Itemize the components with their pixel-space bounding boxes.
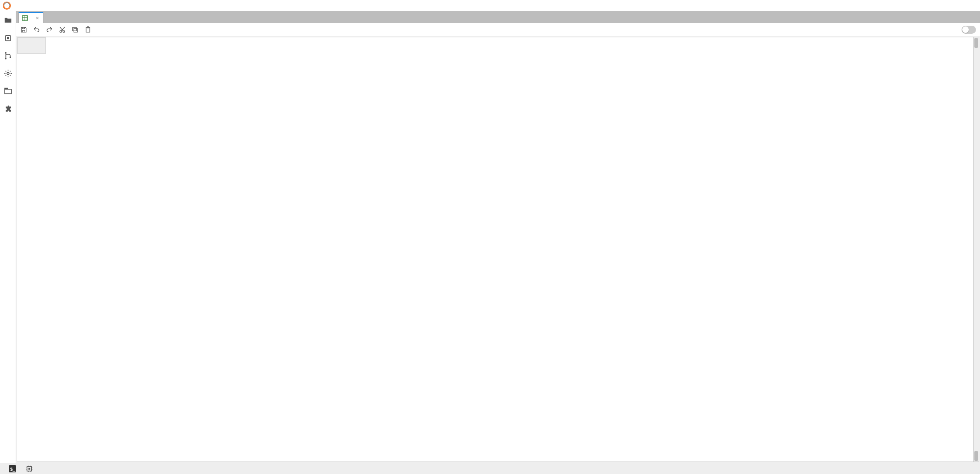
tab-survey-data[interactable]: × (18, 12, 43, 23)
svg-rect-8 (22, 16, 27, 20)
jupyter-logo-icon (2, 1, 11, 10)
svg-rect-22 (29, 468, 31, 470)
running-icon[interactable] (4, 34, 12, 43)
data-grid[interactable] (17, 37, 46, 54)
undo-icon[interactable] (33, 26, 40, 33)
vertical-scrollbar[interactable] (973, 37, 979, 462)
cpu-chip-icon[interactable] (26, 465, 33, 472)
folder-icon[interactable] (4, 16, 12, 25)
tab-strip: × (16, 11, 980, 23)
scrollbar-thumb[interactable] (974, 451, 978, 461)
spreadsheet-icon (22, 15, 28, 21)
scrollbar-thumb[interactable] (974, 38, 978, 48)
svg-rect-7 (4, 89, 11, 94)
copy-icon[interactable] (71, 26, 79, 33)
svg-text:$_: $_ (10, 466, 15, 471)
cut-icon[interactable] (59, 26, 66, 33)
sheet-toolbar (16, 23, 980, 36)
svg-rect-15 (74, 28, 78, 32)
redo-icon[interactable] (46, 26, 53, 33)
settings-gear-icon[interactable] (4, 69, 12, 78)
spreadsheet (17, 37, 979, 462)
git-icon[interactable] (4, 51, 12, 60)
activity-bar (0, 11, 16, 463)
svg-point-5 (9, 57, 11, 58)
save-icon[interactable] (20, 26, 27, 33)
tabs-icon[interactable] (4, 87, 12, 96)
svg-point-4 (5, 58, 6, 60)
corner-cell[interactable] (18, 38, 46, 54)
paste-icon[interactable] (84, 26, 92, 33)
extensions-puzzle-icon[interactable] (4, 104, 12, 113)
terminal-icon[interactable]: $_ (9, 465, 16, 472)
svg-point-6 (7, 72, 9, 75)
close-icon[interactable]: × (34, 15, 39, 21)
svg-rect-2 (7, 37, 9, 39)
menu-bar (0, 0, 980, 11)
svg-point-3 (5, 52, 6, 54)
format-data-toggle[interactable] (962, 26, 976, 34)
status-bar: $_ (0, 463, 980, 474)
svg-rect-16 (73, 27, 76, 31)
